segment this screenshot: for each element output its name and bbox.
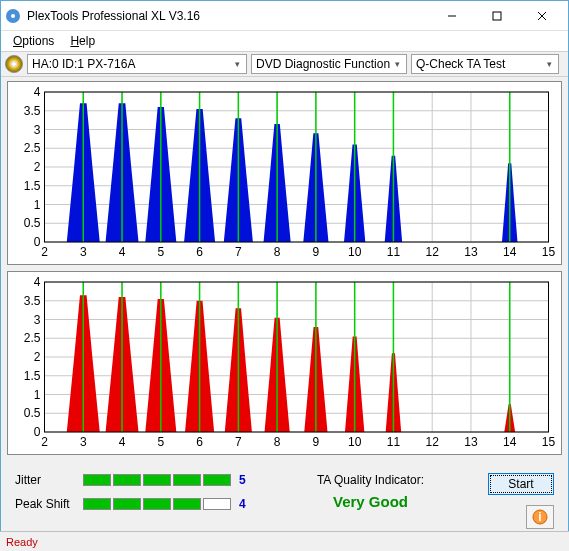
svg-text:5: 5 — [157, 245, 164, 259]
jitter-value: 5 — [239, 473, 253, 487]
svg-text:2.5: 2.5 — [24, 331, 41, 345]
menubar: Options Help — [1, 31, 568, 51]
status-text: Ready — [6, 536, 38, 548]
ta-indicator: TA Quality Indicator: Very Good — [267, 473, 474, 510]
segment — [203, 498, 231, 510]
device-select[interactable]: HA:0 ID:1 PX-716A ▾ — [27, 54, 247, 74]
svg-text:7: 7 — [235, 245, 242, 259]
statusbar: Ready — [0, 531, 569, 551]
svg-rect-3 — [493, 12, 501, 20]
svg-text:2.5: 2.5 — [24, 141, 41, 155]
segment — [113, 474, 141, 486]
app-icon — [5, 8, 21, 24]
minimize-button[interactable] — [429, 1, 474, 30]
peakshift-row: Peak Shift 4 — [15, 497, 253, 511]
button-column: Start i — [488, 473, 554, 529]
test-select[interactable]: Q-Check TA Test ▾ — [411, 54, 559, 74]
svg-text:5: 5 — [157, 435, 164, 449]
svg-point-1 — [11, 14, 15, 18]
peakshift-bar — [83, 498, 231, 510]
maximize-button[interactable] — [474, 1, 519, 30]
start-button[interactable]: Start — [488, 473, 554, 495]
svg-text:6: 6 — [196, 435, 203, 449]
svg-text:13: 13 — [464, 435, 478, 449]
svg-text:2: 2 — [41, 435, 48, 449]
svg-text:10: 10 — [348, 245, 362, 259]
ta-label: TA Quality Indicator: — [267, 473, 474, 487]
jitter-row: Jitter 5 — [15, 473, 253, 487]
svg-text:12: 12 — [426, 435, 440, 449]
svg-text:4: 4 — [119, 435, 126, 449]
svg-text:4: 4 — [34, 85, 41, 99]
svg-text:2: 2 — [41, 245, 48, 259]
svg-text:2: 2 — [34, 350, 41, 364]
close-button[interactable] — [519, 1, 564, 30]
svg-text:0.5: 0.5 — [24, 406, 41, 420]
svg-text:3: 3 — [34, 123, 41, 137]
svg-text:9: 9 — [313, 245, 320, 259]
svg-text:7: 7 — [235, 435, 242, 449]
svg-text:6: 6 — [196, 245, 203, 259]
svg-text:3: 3 — [34, 313, 41, 327]
svg-text:2: 2 — [34, 160, 41, 174]
svg-text:3.5: 3.5 — [24, 294, 41, 308]
svg-text:15: 15 — [542, 435, 556, 449]
svg-text:3: 3 — [80, 245, 87, 259]
window-title: PlexTools Professional XL V3.16 — [27, 9, 429, 23]
segment — [113, 498, 141, 510]
svg-text:11: 11 — [387, 245, 401, 259]
svg-text:4: 4 — [119, 245, 126, 259]
svg-text:1.5: 1.5 — [24, 179, 41, 193]
ta-value: Very Good — [267, 493, 474, 510]
menu-options[interactable]: Options — [7, 32, 60, 50]
svg-text:12: 12 — [426, 245, 440, 259]
titlebar: PlexTools Professional XL V3.16 — [1, 1, 568, 31]
svg-text:1.5: 1.5 — [24, 369, 41, 383]
toolbar: HA:0 ID:1 PX-716A ▾ DVD Diagnostic Funct… — [1, 51, 568, 77]
svg-text:15: 15 — [542, 245, 556, 259]
svg-text:13: 13 — [464, 245, 478, 259]
svg-text:0: 0 — [34, 235, 41, 249]
svg-text:i: i — [538, 510, 541, 524]
segment — [83, 498, 111, 510]
svg-text:14: 14 — [503, 435, 517, 449]
info-icon: i — [532, 509, 548, 525]
chevron-down-icon: ▾ — [390, 59, 404, 69]
chart-area: 00.511.522.533.5423456789101112131415 00… — [1, 77, 568, 465]
chevron-down-icon: ▾ — [230, 59, 244, 69]
disc-icon — [5, 55, 23, 73]
chart-bottom: 00.511.522.533.5423456789101112131415 — [7, 271, 562, 455]
peakshift-value: 4 — [239, 497, 253, 511]
svg-text:14: 14 — [503, 245, 517, 259]
segment — [143, 498, 171, 510]
svg-text:3.5: 3.5 — [24, 104, 41, 118]
segment — [173, 474, 201, 486]
test-select-label: Q-Check TA Test — [416, 57, 542, 71]
metrics: Jitter 5 Peak Shift 4 — [15, 473, 253, 511]
svg-text:1: 1 — [34, 388, 41, 402]
svg-text:4: 4 — [34, 275, 41, 289]
svg-text:0: 0 — [34, 425, 41, 439]
device-select-label: HA:0 ID:1 PX-716A — [32, 57, 230, 71]
svg-text:0.5: 0.5 — [24, 216, 41, 230]
segment — [143, 474, 171, 486]
segment — [83, 474, 111, 486]
segment — [203, 474, 231, 486]
svg-text:3: 3 — [80, 435, 87, 449]
segment — [173, 498, 201, 510]
info-button[interactable]: i — [526, 505, 554, 529]
svg-text:10: 10 — [348, 435, 362, 449]
menu-help[interactable]: Help — [64, 32, 101, 50]
functions-select-label: DVD Diagnostic Functions — [256, 57, 390, 71]
chevron-down-icon: ▾ — [542, 59, 556, 69]
functions-select[interactable]: DVD Diagnostic Functions ▾ — [251, 54, 407, 74]
bottom-panel: Jitter 5 Peak Shift 4 TA Quality Indicat… — [1, 465, 568, 537]
jitter-label: Jitter — [15, 473, 75, 487]
svg-text:8: 8 — [274, 435, 281, 449]
svg-text:9: 9 — [313, 435, 320, 449]
peakshift-label: Peak Shift — [15, 497, 75, 511]
chart-top: 00.511.522.533.5423456789101112131415 — [7, 81, 562, 265]
svg-text:11: 11 — [387, 435, 401, 449]
jitter-bar — [83, 474, 231, 486]
svg-text:1: 1 — [34, 198, 41, 212]
